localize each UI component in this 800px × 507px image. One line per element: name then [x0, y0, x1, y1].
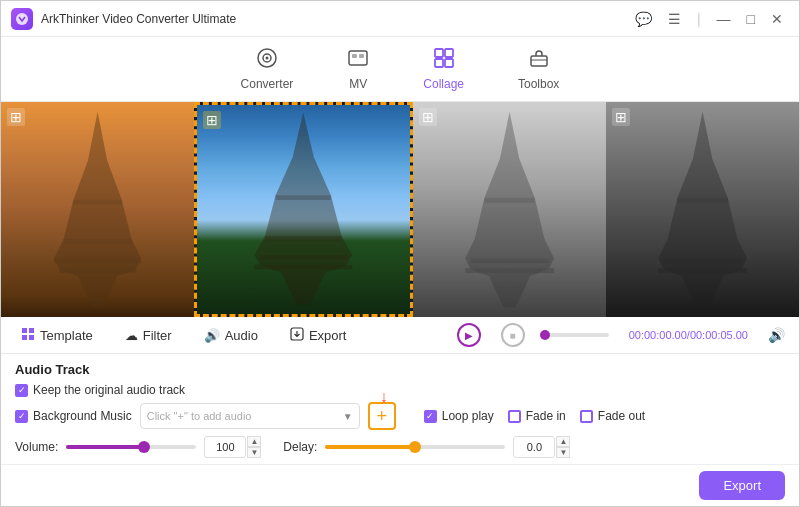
volume-down[interactable]: ▼	[247, 447, 261, 458]
panel-1-add-icon: ⊞	[7, 108, 25, 126]
menu-icon[interactable]: ☰	[662, 9, 687, 29]
panel-4-add-icon: ⊞	[612, 108, 630, 126]
volume-row: Volume: 100 ▲ ▼	[15, 436, 261, 458]
close-button[interactable]: ✕	[765, 9, 789, 29]
volume-value: 100	[216, 441, 234, 453]
time-display: 00:00:00.00/00:00:05.00	[629, 329, 748, 341]
toolbar: Template ☁ Filter 🔊 Audio Export ▶ ■	[1, 317, 799, 354]
svg-rect-24	[465, 268, 554, 273]
volume-label: Volume:	[15, 440, 58, 454]
delay-fill	[325, 445, 415, 449]
add-btn-wrapper: + ↓	[368, 402, 396, 430]
loop-play-checkbox[interactable]: ✓	[424, 410, 437, 423]
add-audio-button[interactable]: +	[368, 402, 396, 430]
audio-section: Audio Track ✓ Keep the original audio tr…	[1, 354, 799, 464]
delay-input[interactable]: 0.0	[513, 436, 555, 458]
template-label: Template	[40, 328, 93, 343]
svg-rect-30	[677, 198, 727, 203]
volume-thumb	[138, 441, 150, 453]
svg-rect-17	[64, 239, 132, 244]
volume-icon[interactable]: 🔊	[768, 327, 785, 343]
fade-in-label[interactable]: Fade in	[508, 409, 566, 423]
stop-button[interactable]: ■	[501, 323, 525, 347]
bg-music-text: Background Music	[33, 409, 132, 423]
video-panel-2[interactable]: ⊞	[194, 102, 412, 317]
filter-icon: ☁	[125, 328, 138, 343]
svg-rect-28	[658, 268, 747, 273]
fade-out-checkbox[interactable]	[580, 410, 593, 423]
svg-rect-10	[445, 59, 453, 67]
play-button[interactable]: ▶	[457, 323, 481, 347]
svg-rect-15	[54, 258, 141, 263]
maximize-button[interactable]: □	[741, 9, 761, 29]
delay-spinners: ▲ ▼	[556, 436, 570, 458]
delay-up[interactable]: ▲	[556, 436, 570, 447]
delay-slider[interactable]	[325, 445, 505, 449]
export-toolbar-btn[interactable]: Export	[284, 324, 353, 347]
video-panel-4[interactable]: ⊞	[606, 102, 799, 317]
volume-spinners: ▲ ▼	[247, 436, 261, 458]
keep-original-label[interactable]: ✓ Keep the original audio track	[15, 383, 185, 397]
video-panel-3[interactable]: ⊞	[413, 102, 606, 317]
svg-rect-32	[29, 328, 34, 333]
nav-tabs: Converter MV Collage Toolbox	[1, 37, 799, 102]
progress-thumb	[540, 330, 550, 340]
volume-up[interactable]: ▲	[247, 436, 261, 447]
panel-3-add-icon: ⊞	[419, 108, 437, 126]
tab-toolbox[interactable]: Toolbox	[506, 43, 571, 95]
svg-marker-23	[465, 112, 554, 307]
fade-in-checkbox[interactable]	[508, 410, 521, 423]
volume-slider[interactable]	[66, 445, 196, 449]
audio-icon: 🔊	[204, 328, 220, 343]
tab-converter[interactable]: Converter	[229, 43, 306, 95]
loop-play-label[interactable]: ✓ Loop play	[424, 409, 494, 423]
svg-rect-11	[531, 56, 547, 66]
delay-input-wrapper: 0.0 ▲ ▼	[513, 436, 570, 458]
delay-row: Delay: 0.0 ▲ ▼	[283, 436, 570, 458]
fade-out-text: Fade out	[598, 409, 645, 423]
svg-rect-16	[73, 200, 121, 205]
audio-dropdown[interactable]: Click "+" to add audio ▼	[140, 403, 360, 429]
svg-rect-8	[445, 49, 453, 57]
svg-rect-14	[59, 268, 136, 273]
delay-down[interactable]: ▼	[556, 447, 570, 458]
svg-rect-6	[359, 54, 364, 58]
audio-dropdown-placeholder: Click "+" to add audio	[147, 410, 252, 422]
video-panel-1[interactable]: ⊞	[1, 102, 194, 317]
filter-btn[interactable]: ☁ Filter	[119, 325, 178, 346]
tab-collage-label: Collage	[423, 77, 464, 91]
svg-rect-26	[484, 198, 534, 203]
template-btn[interactable]: Template	[15, 324, 99, 347]
audio-row-2: ✓ Background Music Click "+" to add audi…	[15, 402, 785, 430]
volume-input[interactable]: 100	[204, 436, 246, 458]
keep-original-checkbox[interactable]: ✓	[15, 384, 28, 397]
svg-rect-19	[255, 265, 353, 270]
tab-collage[interactable]: Collage	[411, 43, 476, 95]
collage-icon	[433, 47, 455, 74]
app-window: ArkThinker Video Converter Ultimate 💬 ☰ …	[0, 0, 800, 507]
bg-music-checkbox[interactable]: ✓	[15, 410, 28, 423]
bg-music-checkbox-label[interactable]: ✓ Background Music	[15, 409, 132, 423]
delay-label: Delay:	[283, 440, 317, 454]
export-toolbar-label: Export	[309, 328, 347, 343]
volume-fill	[66, 445, 144, 449]
video-area: ⊞ ⊞	[1, 102, 799, 317]
svg-point-0	[16, 13, 28, 25]
tab-mv-label: MV	[349, 77, 367, 91]
minimize-button[interactable]: —	[711, 9, 737, 29]
chat-icon[interactable]: 💬	[629, 9, 658, 29]
audio-row-3: Volume: 100 ▲ ▼	[15, 436, 785, 458]
tab-mv[interactable]: MV	[335, 43, 381, 95]
fade-in-text: Fade in	[526, 409, 566, 423]
svg-rect-20	[260, 255, 347, 260]
panel-3-bg	[413, 102, 606, 317]
svg-rect-29	[663, 258, 742, 263]
svg-marker-27	[658, 112, 747, 307]
svg-marker-13	[54, 112, 141, 307]
progress-track[interactable]	[545, 333, 609, 337]
fade-out-label[interactable]: Fade out	[580, 409, 645, 423]
filter-label: Filter	[143, 328, 172, 343]
app-title: ArkThinker Video Converter Ultimate	[41, 12, 629, 26]
export-button[interactable]: Export	[699, 471, 785, 500]
audio-btn[interactable]: 🔊 Audio	[198, 325, 264, 346]
